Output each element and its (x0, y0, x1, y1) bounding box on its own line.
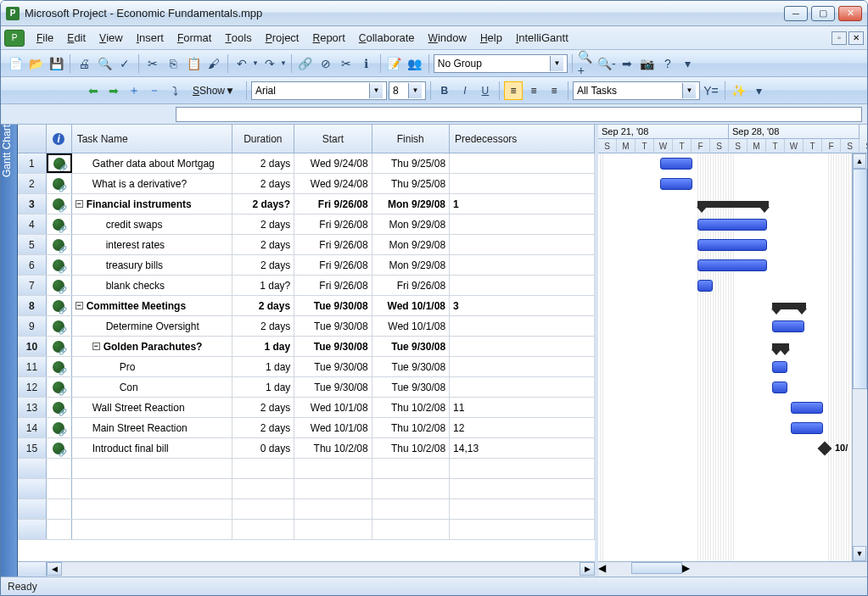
dropdown-arrow-icon[interactable]: ▼ (682, 83, 696, 98)
collapse-icon[interactable]: − (92, 343, 100, 350)
start-cell[interactable]: Wed 9/24/08 (294, 153, 372, 173)
summary-bar[interactable] (772, 303, 806, 309)
start-cell[interactable]: Thu 10/2/08 (294, 438, 372, 458)
outdent-icon[interactable]: ＋ (125, 81, 143, 100)
duration-cell[interactable]: 1 day (232, 357, 295, 376)
menu-intelligantt[interactable]: IntelliGantt (509, 28, 575, 47)
row-number[interactable]: 7 (18, 276, 47, 295)
autofilter-icon[interactable]: Y= (702, 81, 720, 100)
finish-cell[interactable]: Wed 10/1/08 (372, 316, 450, 336)
gantt-bar[interactable] (772, 382, 787, 393)
task-info-icon[interactable]: ℹ (357, 54, 376, 73)
indicator-cell[interactable] (47, 174, 72, 193)
finish-cell[interactable]: Mon 9/29/08 (372, 194, 450, 214)
table-row-empty[interactable] (18, 459, 595, 479)
duration-cell[interactable]: 2 days (232, 296, 295, 315)
gantt-bar[interactable] (791, 422, 823, 434)
gantt-bar[interactable] (772, 361, 787, 373)
row-number[interactable]: 3 (18, 194, 47, 214)
duration-cell[interactable]: 2 days (232, 153, 295, 173)
start-cell[interactable]: Tue 9/30/08 (294, 316, 372, 336)
fontsize-combo[interactable]: 8 ▼ (389, 81, 426, 100)
row-number[interactable]: 1 (18, 153, 47, 173)
predecessors-cell[interactable] (450, 174, 595, 193)
font-combo[interactable]: Arial ▼ (251, 81, 387, 100)
restore-child-button[interactable]: ▫ (832, 31, 847, 45)
dropdown-arrow-icon[interactable]: ▼ (408, 83, 422, 98)
align-center-icon[interactable]: ≡ (524, 81, 543, 100)
project-logo-icon[interactable]: P (4, 30, 25, 47)
duration-header[interactable]: Duration (232, 125, 295, 153)
menu-window[interactable]: Window (422, 28, 473, 47)
show-subtasks-icon[interactable]: ⤵ (165, 81, 184, 100)
gantt-bar[interactable] (697, 280, 713, 292)
task-name-cell[interactable]: Introduct final bill (72, 438, 232, 458)
predecessors-cell[interactable]: 14,13 (450, 438, 595, 458)
redo-dropdown-icon[interactable]: ▼ (280, 59, 287, 67)
duration-cell[interactable]: 2 days (232, 235, 295, 254)
gantt-bar[interactable] (791, 402, 823, 414)
task-name-cell[interactable]: blank checks (72, 276, 232, 295)
predecessors-cell[interactable] (450, 276, 595, 295)
toolbar-options-icon[interactable]: ▾ (750, 81, 769, 100)
paste-icon[interactable]: 📋 (184, 54, 203, 73)
timescale-header[interactable]: Sep 21, '08 Sep 28, '08 SMTWTFSSMTWTFSS (598, 125, 867, 153)
scroll-right-icon[interactable]: ▶ (682, 562, 690, 577)
indent-icon[interactable]: － (145, 81, 164, 100)
task-name-cell[interactable]: Gather data about Mortgag (72, 153, 232, 173)
start-cell[interactable]: Fri 9/26/08 (294, 255, 372, 275)
finish-cell[interactable]: Tue 9/30/08 (372, 377, 450, 397)
duration-cell[interactable]: 2 days (232, 398, 295, 417)
unlink-tasks-icon[interactable]: ⊘ (316, 54, 335, 73)
scroll-left-icon[interactable]: ◀ (47, 562, 62, 576)
titlebar[interactable]: P Microsoft Project - Economic Fundament… (1, 1, 867, 26)
table-row-empty[interactable] (18, 479, 595, 499)
predecessors-cell[interactable]: 12 (450, 418, 595, 437)
menu-insert[interactable]: Insert (130, 28, 171, 47)
close-button[interactable]: ✕ (838, 6, 862, 21)
scroll-up-icon[interactable]: ▲ (853, 153, 866, 169)
table-row[interactable]: 5interest rates2 daysFri 9/26/08Mon 9/29… (18, 235, 595, 255)
predecessors-header[interactable]: Predecessors (450, 125, 595, 153)
row-number[interactable]: 5 (18, 235, 47, 254)
maximize-button[interactable]: ▢ (811, 6, 835, 21)
task-name-cell[interactable]: Wall Street Reaction (72, 398, 232, 417)
menu-view[interactable]: View (92, 28, 130, 47)
finish-cell[interactable]: Thu 10/2/08 (372, 398, 450, 417)
summary-bar[interactable] (772, 343, 789, 350)
close-child-button[interactable]: ✕ (848, 31, 864, 45)
table-row[interactable]: 2What is a derivative?2 daysWed 9/24/08T… (18, 174, 595, 194)
goto-task-icon[interactable]: ➡ (618, 54, 636, 73)
table-row-empty[interactable] (18, 499, 595, 520)
gantt-vscrollbar[interactable]: ▲ ▼ (852, 153, 867, 561)
table-row[interactable]: 15Introduct final bill0 daysThu 10/2/08T… (18, 438, 595, 459)
predecessors-cell[interactable] (450, 377, 595, 397)
scroll-left-icon[interactable]: ◀ (598, 562, 606, 577)
help-icon[interactable]: ? (658, 54, 677, 73)
minimize-button[interactable]: ─ (784, 6, 808, 21)
spellcheck-icon[interactable]: ✓ (115, 54, 134, 73)
show-menu[interactable]: SShow▼ (186, 81, 242, 100)
task-name-cell[interactable]: −Committee Meetings (72, 296, 232, 315)
duration-cell[interactable]: 2 days (232, 418, 295, 437)
collapse-icon[interactable]: − (76, 302, 83, 309)
save-icon[interactable]: 💾 (47, 54, 65, 73)
indicator-cell[interactable] (47, 194, 72, 214)
predecessors-cell[interactable] (450, 214, 595, 234)
predecessors-cell[interactable]: 1 (450, 194, 595, 214)
table-row[interactable]: 9Determine Oversight2 daysTue 9/30/08Wed… (18, 316, 595, 337)
start-cell[interactable]: Tue 9/30/08 (294, 377, 372, 397)
duration-cell[interactable]: 1 day (232, 337, 295, 356)
task-name-cell[interactable]: interest rates (72, 235, 232, 254)
bold-icon[interactable]: B (435, 81, 454, 100)
duration-cell[interactable]: 2 days (232, 316, 295, 336)
indicator-cell[interactable] (47, 438, 72, 458)
task-notes-icon[interactable]: 📝 (385, 54, 404, 73)
start-cell[interactable]: Wed 10/1/08 (294, 418, 372, 437)
table-row[interactable]: 12Con1 dayTue 9/30/08Tue 9/30/08 (18, 377, 595, 398)
grid-hscrollbar[interactable]: ◀ ▶ (18, 561, 595, 577)
gantt-wizard-icon[interactable]: ✨ (730, 81, 748, 100)
row-number[interactable]: 15 (18, 438, 47, 458)
indicator-cell[interactable] (47, 377, 72, 397)
table-row[interactable]: 10−Golden Parachutes?1 dayTue 9/30/08Tue… (18, 337, 595, 357)
